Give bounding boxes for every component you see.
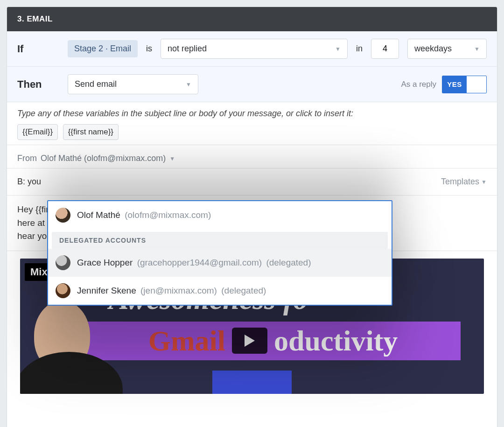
- from-option-primary[interactable]: Olof Mathé (olofm@mixmax.com): [48, 201, 392, 229]
- variables-section: Type any of these variables in the subje…: [7, 102, 497, 145]
- status-value: not replied: [168, 44, 207, 54]
- video-lower-block: [212, 371, 292, 394]
- if-label: If: [17, 43, 59, 55]
- chevron-down-icon: ▼: [186, 81, 191, 88]
- play-icon[interactable]: [232, 328, 267, 354]
- in-label: in: [356, 44, 363, 54]
- as-reply-label: As a reply: [401, 80, 436, 89]
- delegated-section-header: DELEGATED ACCOUNTS: [52, 232, 388, 249]
- condition-row: If Stage 2 · Email is not replied ▼ in 4…: [7, 31, 497, 67]
- video-overlay-productivity: oductivity: [274, 324, 398, 357]
- units-select[interactable]: weekdays ▼: [407, 39, 487, 59]
- from-option-tag: (delegated): [266, 258, 311, 267]
- from-option-delegated-1[interactable]: Jennifer Skene (jen@mixmax.com) (delegat…: [48, 277, 392, 305]
- as-reply-toggle[interactable]: YES: [442, 76, 487, 93]
- from-option-email: (gracehopper1944@gmail.com): [137, 258, 262, 267]
- from-option-tag: (delegated): [221, 286, 266, 295]
- video-overlay-gmail: Gmail: [148, 324, 225, 357]
- action-value: Send email: [75, 79, 117, 89]
- from-option-name: Jennifer Skene: [77, 286, 136, 295]
- stage-pill[interactable]: Stage 2 · Email: [68, 40, 138, 57]
- templates-label: Templates: [441, 177, 479, 187]
- templates-dropdown[interactable]: Templates ▼: [441, 177, 487, 187]
- chevron-down-icon: ▼: [474, 46, 480, 52]
- avatar: [56, 255, 70, 270]
- toggle-on-label: YES: [442, 76, 467, 93]
- variable-chip-email[interactable]: {{Email}}: [17, 124, 58, 140]
- units-value: weekdays: [414, 44, 452, 54]
- from-option-name: Grace Hopper: [77, 258, 133, 267]
- from-option-email: (olofm@mixmax.com): [125, 210, 211, 220]
- subject-prefix[interactable]: B: you: [17, 177, 41, 187]
- avatar: [56, 208, 70, 223]
- variables-hint: Type any of these variables in the subje…: [17, 109, 487, 119]
- panel-title: 3. EMAIL: [7, 7, 497, 31]
- from-row[interactable]: From Olof Mathé (olofm@mixmax.com) ▼: [7, 145, 497, 168]
- action-select[interactable]: Send email ▼: [68, 74, 198, 94]
- email-stage-panel: 3. EMAIL If Stage 2 · Email is not repli…: [7, 7, 497, 427]
- count-input[interactable]: 4: [371, 39, 399, 59]
- from-account-dropdown[interactable]: Olof Mathé (olofm@mixmax.com) DELEGATED …: [47, 200, 392, 306]
- variable-chip-firstname[interactable]: {{first name}}: [63, 124, 119, 140]
- toggle-knob: [467, 76, 486, 93]
- from-option-name: Olof Mathé: [77, 210, 120, 220]
- presenter-image: [20, 301, 123, 394]
- avatar: [56, 283, 70, 298]
- from-value: Olof Mathé (olofm@mixmax.com): [41, 154, 166, 163]
- status-select[interactable]: not replied ▼: [161, 39, 348, 59]
- then-label: Then: [17, 78, 59, 91]
- action-row: Then Send email ▼ As a reply YES: [7, 67, 497, 102]
- chevron-down-icon: ▼: [481, 179, 487, 185]
- from-option-email: (jen@mixmax.com): [140, 286, 217, 295]
- from-label: From: [17, 154, 37, 163]
- subject-row: B: you Templates ▼: [7, 168, 497, 196]
- chevron-down-icon: ▼: [169, 155, 175, 162]
- from-option-delegated-0[interactable]: Grace Hopper (gracehopper1944@gmail.com)…: [48, 249, 392, 277]
- video-overlay-line2: Gmail oductivity: [85, 322, 461, 360]
- is-label: is: [146, 44, 152, 54]
- chevron-down-icon: ▼: [335, 46, 341, 52]
